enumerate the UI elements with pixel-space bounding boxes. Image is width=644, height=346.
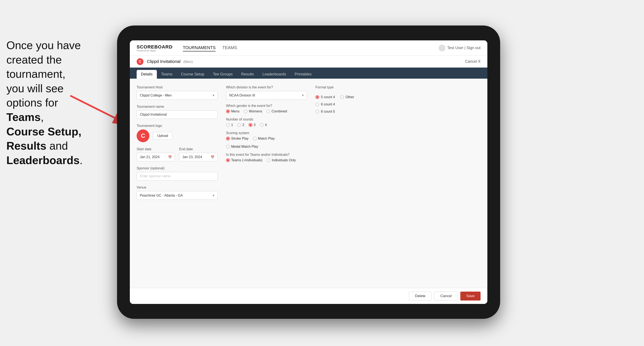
start-date-input[interactable]: Jan 21, 2024 [137, 153, 175, 161]
end-date-group: End date Jan 23, 2024 [179, 147, 218, 161]
save-button[interactable]: Save [460, 292, 480, 301]
upload-button[interactable]: Upload [153, 132, 172, 140]
sponsor-group: Sponsor (optional) Enter sponsor name [137, 167, 218, 180]
scoring-stroke[interactable]: Stroke Play [226, 137, 248, 141]
tournament-host-label: Tournament Host [137, 85, 218, 89]
format-row-1: 5 count 4 Other [316, 95, 480, 99]
tournament-host-select[interactable]: Clippd College - Men [137, 91, 218, 100]
gender-mens-radio[interactable] [226, 109, 230, 113]
logo-area: SCOREBOARD Powered by clippd [137, 44, 172, 52]
gender-womens[interactable]: Womens [244, 109, 262, 113]
cancel-button[interactable]: Cancel [434, 292, 458, 301]
tab-course-setup[interactable]: Course Setup [177, 70, 208, 79]
format-6count4-radio[interactable] [316, 102, 319, 106]
rounds-radio-group: 1 2 3 4 [226, 123, 307, 127]
tournament-host-group: Tournament Host Clippd College - Men [137, 85, 218, 100]
format-row-2: 6 count 4 [316, 102, 480, 106]
format-other[interactable]: Other [340, 95, 354, 99]
rounds-4-radio[interactable] [260, 123, 264, 127]
nav-teams[interactable]: TEAMS [222, 44, 237, 51]
rounds-group: Number of rounds 1 2 [226, 118, 307, 127]
teams-plus-individuals[interactable]: Teams (+Individuals) [226, 158, 262, 162]
user-label[interactable]: Test User | Sign out [447, 46, 480, 50]
individuals-only[interactable]: Individuals Only [267, 158, 296, 162]
logo-upload-area: C Upload [137, 129, 218, 142]
scoring-label: Scoring system [226, 131, 307, 135]
rounds-4[interactable]: 4 [260, 123, 267, 127]
division-group: Which division is the event for? NCAA Di… [226, 85, 307, 100]
scoring-group: Scoring system Stroke Play Match Play [226, 131, 307, 149]
tournament-logo-label: Tournament logo [137, 124, 218, 128]
gender-mens[interactable]: Mens [226, 109, 240, 113]
col-middle: Which division is the event for? NCAA Di… [226, 85, 307, 281]
instruction-text: Once you have created the tournament, yo… [0, 34, 98, 172]
scoring-radio-group: Stroke Play Match Play Medal Match Play [226, 137, 307, 149]
rounds-1-radio[interactable] [226, 123, 230, 127]
tab-teams[interactable]: Teams [157, 70, 177, 79]
logo-text: SCOREBOARD [137, 44, 172, 50]
action-bar: Delete Cancel Save [130, 288, 487, 304]
rounds-2[interactable]: 2 [237, 123, 244, 127]
sponsor-input[interactable]: Enter sponsor name [137, 172, 218, 180]
rounds-1[interactable]: 1 [226, 123, 233, 127]
tournament-logo-group: Tournament logo C Upload [137, 124, 218, 142]
tournament-back-btn[interactable]: C [137, 58, 144, 65]
teams-individuals-label: Is this event for Teams and/or Individua… [226, 153, 307, 157]
scoring-match[interactable]: Match Play [253, 137, 275, 141]
teams-plus-individuals-radio[interactable] [226, 158, 230, 162]
individuals-only-radio[interactable] [267, 158, 270, 162]
end-date-label: End date [179, 147, 218, 151]
tab-printables[interactable]: Printables [290, 70, 316, 79]
division-label: Which division is the event for? [226, 85, 307, 89]
tournament-name-group: Tournament name Clippd Invitational [137, 105, 218, 119]
user-avatar [439, 45, 446, 51]
scoring-medal-match[interactable]: Medal Match Play [226, 145, 258, 149]
tab-details[interactable]: Details [137, 70, 157, 79]
venue-label: Venue [137, 185, 218, 189]
sponsor-label: Sponsor (optional) [137, 167, 218, 170]
format-type-title: Format type [316, 85, 480, 89]
gender-combined-radio[interactable] [266, 109, 270, 113]
user-area: Test User | Sign out [439, 45, 480, 51]
scoring-medal-match-radio[interactable] [226, 145, 230, 149]
tab-leaderboards[interactable]: Leaderboards [258, 70, 290, 79]
col-left: Tournament Host Clippd College - Men Tou… [137, 85, 218, 281]
logo-circle: C [137, 129, 150, 142]
format-6count5[interactable]: 6 count 5 [316, 110, 335, 114]
col-right: Format type 5 count 4 Other [316, 85, 480, 281]
tablet-shell: SCOREBOARD Powered by clippd TOURNAMENTS… [117, 25, 500, 319]
format-5count4[interactable]: 5 count 4 [316, 95, 335, 99]
top-nav: SCOREBOARD Powered by clippd TOURNAMENTS… [130, 40, 487, 56]
scoring-stroke-radio[interactable] [226, 137, 230, 141]
gender-combined[interactable]: Combined [266, 109, 287, 113]
format-other-radio[interactable] [340, 95, 344, 99]
gender-womens-radio[interactable] [244, 109, 248, 113]
start-date-group: Start date Jan 21, 2024 [137, 147, 175, 161]
nav-tournaments[interactable]: TOURNAMENTS [183, 44, 216, 51]
teams-individuals-group: Is this event for Teams and/or Individua… [226, 153, 307, 162]
tab-tee-groups[interactable]: Tee Groups [208, 70, 237, 79]
main-content: Tournament Host Clippd College - Men Tou… [130, 79, 487, 304]
tournament-name-label: Tournament name [137, 105, 218, 109]
rounds-3[interactable]: 3 [248, 123, 256, 127]
delete-button[interactable]: Delete [409, 292, 432, 301]
main-nav: TOURNAMENTS TEAMS [183, 44, 439, 51]
end-date-input[interactable]: Jan 23, 2024 [179, 153, 218, 161]
cancel-header-btn[interactable]: Cancel X [465, 59, 480, 64]
format-5count4-radio[interactable] [316, 95, 319, 99]
gender-tag: (Men) [183, 60, 192, 64]
tab-results[interactable]: Results [237, 70, 258, 79]
venue-group: Venue Peachtree GC - Atlanta - GA [137, 185, 218, 200]
date-row: Start date Jan 21, 2024 End date Jan 23,… [137, 147, 218, 161]
start-date-label: Start date [137, 147, 175, 151]
division-select[interactable]: NCAA Division III [226, 91, 307, 100]
tournament-name-input[interactable]: Clippd Invitational [137, 110, 218, 119]
scoring-match-radio[interactable] [253, 137, 257, 141]
rounds-3-radio[interactable] [248, 123, 252, 127]
rounds-2-radio[interactable] [237, 123, 241, 127]
gender-label: Which gender is the event for? [226, 104, 307, 108]
format-6count5-radio[interactable] [316, 110, 319, 114]
format-6count4[interactable]: 6 count 4 [316, 102, 335, 106]
venue-select[interactable]: Peachtree GC - Atlanta - GA [137, 191, 218, 200]
rounds-label: Number of rounds [226, 118, 307, 121]
